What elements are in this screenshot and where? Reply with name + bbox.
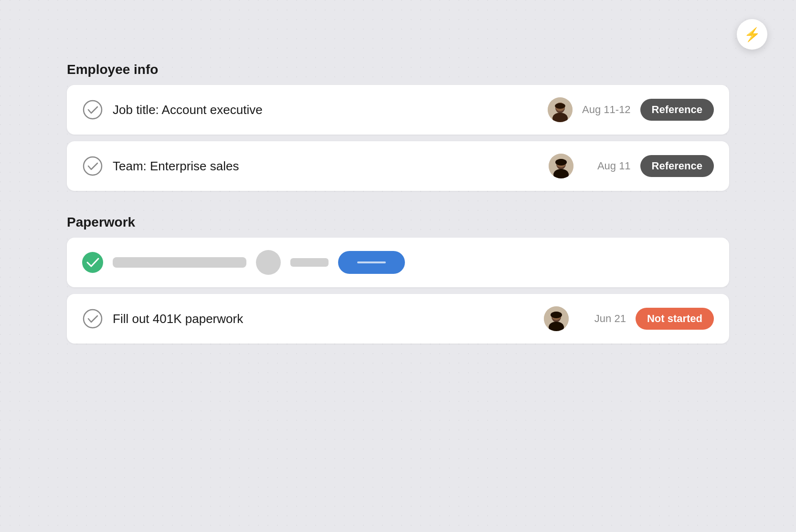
team-label: Team: Enterprise sales <box>113 159 539 174</box>
check-filled-icon <box>82 252 103 273</box>
redacted-task-label <box>113 257 246 268</box>
card-401k: Fill out 401K paperwork Jun 21 Not start… <box>67 294 729 344</box>
redacted-date <box>290 258 329 267</box>
job-title-date: Aug 11-12 <box>582 104 631 116</box>
avatar-401k <box>544 306 569 331</box>
blue-action-badge[interactable] <box>338 251 405 274</box>
flash-icon: ⚡ <box>744 27 761 42</box>
svg-point-11 <box>555 159 567 166</box>
flash-button[interactable]: ⚡ <box>737 19 767 50</box>
section-title-employee-info: Employee info <box>67 62 729 77</box>
main-container: Employee info Job title: Account executi… <box>67 62 729 350</box>
job-title-label: Job title: Account executive <box>113 103 538 117</box>
svg-point-18 <box>551 312 562 318</box>
team-reference-badge[interactable]: Reference <box>640 155 714 177</box>
team-date: Aug 11 <box>583 160 631 172</box>
check-outline-icon-team <box>82 156 103 177</box>
check-outline-icon <box>82 99 103 120</box>
401k-label: Fill out 401K paperwork <box>113 312 534 326</box>
401k-date: Jun 21 <box>578 313 626 325</box>
check-outline-icon-401k <box>82 308 103 329</box>
avatar-job-title <box>548 97 573 122</box>
section-title-paperwork: Paperwork <box>67 215 729 230</box>
section-paperwork: Paperwork Fill out 401K paperwork <box>67 215 729 344</box>
card-job-title: Job title: Account executive Aug 11-12 R… <box>67 85 729 135</box>
card-team: Team: Enterprise sales Aug 11 Reference <box>67 141 729 191</box>
not-started-badge[interactable]: Not started <box>636 308 714 330</box>
job-title-reference-badge[interactable]: Reference <box>640 99 714 121</box>
badge-blue-line <box>357 261 386 263</box>
avatar-team <box>549 154 573 178</box>
card-paperwork-redacted <box>67 238 729 287</box>
avatar-placeholder <box>256 250 281 275</box>
svg-point-0 <box>84 101 102 119</box>
section-employee-info: Employee info Job title: Account executi… <box>67 62 729 191</box>
svg-point-12 <box>82 252 103 273</box>
svg-point-6 <box>84 157 102 175</box>
svg-point-13 <box>84 310 102 328</box>
svg-point-5 <box>555 103 565 109</box>
